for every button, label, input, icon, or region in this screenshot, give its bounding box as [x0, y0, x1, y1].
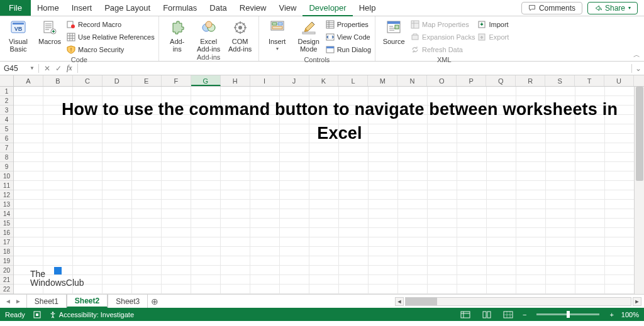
import-button[interactable]: Import: [477, 19, 509, 30]
row-6[interactable]: 6: [0, 134, 13, 143]
row-21[interactable]: 21: [0, 275, 13, 285]
zoom-slider-knob[interactable]: [567, 311, 570, 318]
col-N[interactable]: N: [397, 75, 427, 86]
sheet-tab-1[interactable]: Sheet1: [26, 295, 67, 308]
row-16[interactable]: 16: [0, 228, 13, 237]
tab-help[interactable]: Help: [353, 0, 382, 16]
vertical-scroll-thumb[interactable]: [636, 87, 643, 181]
tab-developer[interactable]: Developer: [303, 0, 352, 16]
sheet-tab-2[interactable]: Sheet2: [67, 295, 108, 308]
tab-review[interactable]: Review: [233, 0, 273, 16]
macro-security-button[interactable]: ! Macro Security: [67, 44, 155, 55]
col-I[interactable]: I: [250, 75, 280, 86]
tab-insert[interactable]: Insert: [65, 0, 99, 16]
col-A[interactable]: A: [14, 75, 43, 86]
row-11[interactable]: 11: [0, 181, 13, 190]
expansion-packs-button[interactable]: Expansion Packs: [411, 31, 475, 43]
select-all-corner[interactable]: [0, 75, 14, 86]
row-5[interactable]: 5: [0, 124, 13, 134]
col-P[interactable]: P: [457, 75, 486, 86]
horizontal-scroll-thumb[interactable]: [406, 298, 437, 305]
row-22[interactable]: 22: [0, 285, 13, 294]
row-1[interactable]: 1: [0, 87, 13, 96]
collapse-ribbon-icon[interactable]: ︿: [633, 50, 640, 60]
vertical-scrollbar[interactable]: [634, 87, 644, 294]
cells-area[interactable]: How to use the command button to navigat…: [14, 87, 634, 294]
col-M[interactable]: M: [368, 75, 397, 86]
macro-status-icon[interactable]: [33, 310, 42, 319]
col-H[interactable]: H: [221, 75, 250, 86]
row-8[interactable]: 8: [0, 153, 13, 162]
row-3[interactable]: 3: [0, 106, 13, 115]
row-15[interactable]: 15: [0, 219, 13, 228]
name-box[interactable]: G45 ▼: [0, 64, 39, 73]
tab-data[interactable]: Data: [203, 0, 233, 16]
col-R[interactable]: R: [516, 75, 545, 86]
col-F[interactable]: F: [162, 75, 191, 86]
zoom-slider[interactable]: [536, 313, 599, 315]
col-B[interactable]: B: [43, 75, 73, 86]
row-10[interactable]: 10: [0, 171, 13, 181]
expand-formula-icon[interactable]: ⌄: [631, 64, 644, 73]
col-T[interactable]: T: [575, 75, 604, 86]
col-K[interactable]: K: [309, 75, 339, 86]
tab-file[interactable]: File: [0, 0, 31, 16]
col-U[interactable]: U: [604, 75, 634, 86]
tab-page-layout[interactable]: Page Layout: [98, 0, 157, 16]
col-O[interactable]: O: [427, 75, 457, 86]
normal-view-button[interactable]: [458, 310, 472, 320]
row-13[interactable]: 13: [0, 200, 13, 209]
row-20[interactable]: 20: [0, 266, 13, 275]
row-2[interactable]: 2: [0, 96, 13, 106]
excel-addins-button[interactable]: Excel Add-ins: [194, 18, 223, 53]
col-G[interactable]: G: [191, 75, 221, 86]
zoom-level[interactable]: 100%: [621, 311, 639, 318]
next-sheet-icon[interactable]: ►: [15, 298, 21, 305]
share-button[interactable]: Share ▾: [587, 2, 638, 14]
run-dialog-button[interactable]: Run Dialog: [326, 44, 371, 55]
tab-view[interactable]: View: [272, 0, 303, 16]
macros-button[interactable]: Macros: [35, 18, 64, 55]
row-4[interactable]: 4: [0, 115, 13, 124]
row-12[interactable]: 12: [0, 190, 13, 200]
col-E[interactable]: E: [132, 75, 162, 86]
properties-button[interactable]: Properties: [326, 19, 371, 30]
row-17[interactable]: 17: [0, 237, 13, 247]
zoom-out-button[interactable]: −: [523, 311, 526, 318]
row-14[interactable]: 14: [0, 209, 13, 219]
design-mode-button[interactable]: Design Mode: [294, 18, 323, 55]
col-L[interactable]: L: [338, 75, 368, 86]
addins-button[interactable]: Add- ins: [163, 18, 192, 53]
col-S[interactable]: S: [545, 75, 575, 86]
page-break-view-button[interactable]: [501, 310, 515, 320]
zoom-in-button[interactable]: +: [609, 311, 613, 318]
tab-formulas[interactable]: Formulas: [157, 0, 203, 16]
confirm-icon[interactable]: ✓: [55, 64, 62, 73]
accessibility-status[interactable]: Accessibility: Investigate: [49, 311, 134, 318]
col-Q[interactable]: Q: [486, 75, 516, 86]
view-code-button[interactable]: View Code: [326, 31, 371, 43]
row-18[interactable]: 18: [0, 247, 13, 256]
sheet-tab-3[interactable]: Sheet3: [108, 295, 148, 308]
scroll-left-button[interactable]: ◄: [395, 297, 404, 306]
chevron-down-icon[interactable]: ▼: [30, 65, 35, 71]
refresh-data-button[interactable]: Refresh Data: [411, 44, 475, 55]
horizontal-scrollbar[interactable]: [405, 297, 631, 306]
page-layout-view-button[interactable]: [480, 310, 494, 320]
row-7[interactable]: 7: [0, 143, 13, 153]
col-D[interactable]: D: [103, 75, 132, 86]
visual-basic-button[interactable]: VB Visual Basic: [4, 18, 33, 55]
use-relative-button[interactable]: Use Relative References: [67, 31, 155, 43]
comments-button[interactable]: Comments: [521, 2, 582, 14]
row-19[interactable]: 19: [0, 256, 13, 266]
row-9[interactable]: 9: [0, 162, 13, 171]
sheet-nav[interactable]: ◄►: [0, 298, 26, 305]
source-button[interactable]: Source: [379, 18, 408, 55]
map-properties-button[interactable]: Map Properties: [411, 19, 475, 30]
record-macro-button[interactable]: Record Macro: [67, 19, 155, 30]
cancel-icon[interactable]: ✕: [44, 64, 50, 73]
tab-home[interactable]: Home: [31, 0, 65, 16]
add-sheet-button[interactable]: ⊕: [148, 296, 162, 307]
export-button[interactable]: Export: [477, 31, 509, 43]
col-C[interactable]: C: [73, 75, 103, 86]
